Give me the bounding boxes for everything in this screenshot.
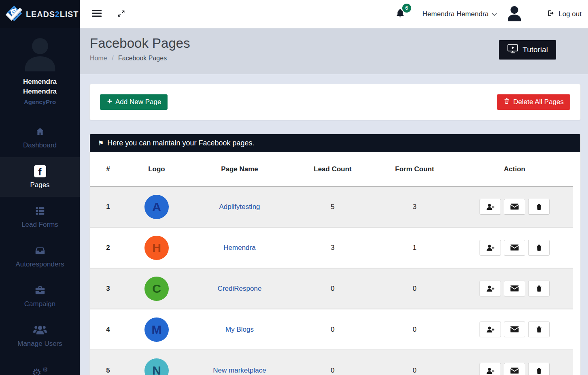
lead-count: 0 [292, 350, 373, 375]
table-header-row: #LogoPage NameLead CountForm CountAction [90, 152, 573, 186]
fullscreen-button[interactable] [117, 9, 125, 19]
envelope-icon [510, 203, 519, 210]
navbar-avatar[interactable] [505, 4, 524, 24]
flag-icon: ⚑ [98, 140, 104, 147]
page-logo: A [144, 195, 169, 219]
trash-icon [535, 285, 543, 292]
expand-arrows-icon [117, 9, 125, 19]
sidebar-item-dashboard[interactable]: Dashboard [0, 117, 80, 157]
breadcrumb-home-link[interactable]: Home [90, 55, 107, 62]
breadcrumb-separator: / [112, 55, 113, 62]
delete-all-pages-button[interactable]: Delete All Pages [497, 94, 570, 110]
notification-badge: 6 [402, 4, 411, 13]
hamburger-icon [92, 9, 102, 19]
envelope-icon [510, 244, 519, 251]
delete-page-button[interactable] [528, 240, 550, 256]
trash-icon [535, 367, 543, 375]
sidebar-nav: DashboardfPagesLead FormsAutorespondersC… [0, 117, 80, 375]
sidebar-item-label: Pages [30, 181, 49, 189]
add-lead-button[interactable] [480, 240, 501, 256]
row-actions [456, 322, 573, 337]
main-content: Add New Page Delete All Pages ⚑ Here you… [80, 74, 588, 375]
user-menu[interactable]: Hemendra Hemendra [422, 10, 497, 18]
facebook-icon: f [34, 165, 46, 177]
sidebar-item-label: Manage Users [17, 340, 62, 348]
page-name-link[interactable]: Hemendra [223, 244, 255, 251]
page-name-link[interactable]: CrediRespone [218, 285, 262, 292]
delete-page-button[interactable] [528, 281, 550, 296]
form-count: 0 [373, 268, 456, 309]
page-logo: H [144, 236, 169, 260]
lead-count: 0 [292, 268, 373, 309]
list-icon [34, 205, 46, 217]
sidebar-item-pages[interactable]: fPages [0, 157, 80, 197]
toolbar-card: Add New Page Delete All Pages [89, 84, 581, 120]
form-count: 0 [373, 350, 456, 375]
add-lead-button[interactable] [480, 322, 501, 337]
email-button[interactable] [504, 281, 525, 296]
email-button[interactable] [504, 199, 525, 215]
lead-count: 0 [292, 309, 373, 350]
gears-icon: ⚙⚙⚙ [32, 368, 48, 375]
home-icon [35, 126, 45, 138]
app-logo[interactable]: LEADS2LIST [0, 0, 80, 28]
profile-name: Hemendra Hemendra [14, 77, 66, 96]
column-header-lead-count: Lead Count [292, 152, 373, 186]
column-header-logo: Logo [126, 152, 187, 186]
plus-icon [106, 98, 113, 107]
row-index: 3 [90, 268, 126, 309]
trash-icon [535, 203, 543, 211]
row-index: 5 [90, 350, 126, 375]
add-lead-button[interactable] [480, 281, 501, 296]
sidebar-item-label: Campaign [24, 300, 56, 308]
table-row: 1AAdplifytesting53 [90, 186, 573, 227]
add-lead-button[interactable] [480, 199, 501, 215]
form-count: 1 [373, 227, 456, 268]
page-name-link[interactable]: New marketplace [213, 366, 266, 374]
users-icon [33, 324, 47, 336]
sidebar-item-campaign[interactable]: Campaign [0, 276, 80, 316]
delete-page-button[interactable] [528, 199, 550, 215]
lead-count: 5 [292, 186, 373, 227]
add-lead-button[interactable] [480, 363, 501, 375]
row-actions [456, 363, 573, 375]
page-name-link[interactable]: My Blogs [225, 326, 254, 333]
add-lead-icon [486, 367, 495, 375]
add-lead-icon [486, 326, 495, 333]
envelope-icon [510, 285, 519, 292]
table-row: 3CCrediRespone00 [90, 268, 573, 309]
email-button[interactable] [504, 363, 525, 375]
tutorial-button[interactable]: Tutorial [499, 40, 556, 60]
column-header-number: # [90, 152, 126, 186]
sidebar: LEADS2LIST Hemendra Hemendra AgencyPro D… [0, 0, 80, 375]
sidebar-toggle-button[interactable] [92, 9, 102, 19]
add-new-page-button[interactable]: Add New Page [100, 94, 168, 110]
page-header: Facebook Pages Home / Facebook Pages Tut… [80, 28, 588, 74]
table-row: 5NNew marketplace00 [90, 350, 573, 375]
user-name: Hemendra Hemendra [422, 10, 488, 18]
notifications-button[interactable]: 6 [395, 8, 405, 21]
trash-icon [535, 244, 543, 251]
logout-button[interactable]: Log out [547, 9, 582, 19]
inbox-icon [34, 245, 46, 257]
add-lead-icon [486, 203, 495, 211]
email-button[interactable] [504, 240, 525, 256]
row-actions [456, 240, 573, 256]
sidebar-item-autoresponders[interactable]: Autoresponders [0, 237, 80, 276]
breadcrumb-current: Facebook Pages [118, 55, 167, 62]
page-logo: N [144, 358, 169, 375]
delete-page-button[interactable] [528, 363, 550, 375]
row-actions [456, 199, 573, 215]
chevron-down-icon [492, 10, 497, 18]
profile-avatar [19, 34, 61, 75]
sidebar-item-manage-users[interactable]: Manage Users [0, 316, 80, 356]
page-name-link[interactable]: Adplifytesting [219, 203, 260, 211]
email-button[interactable] [504, 322, 525, 337]
logout-label: Log out [558, 10, 582, 18]
row-actions [456, 281, 573, 296]
sidebar-item-settings[interactable]: ⚙⚙⚙ [0, 356, 80, 375]
sidebar-item-lead-forms[interactable]: Lead Forms [0, 197, 80, 237]
delete-page-button[interactable] [528, 322, 550, 337]
logout-icon [547, 9, 555, 19]
trash-icon [503, 98, 510, 107]
